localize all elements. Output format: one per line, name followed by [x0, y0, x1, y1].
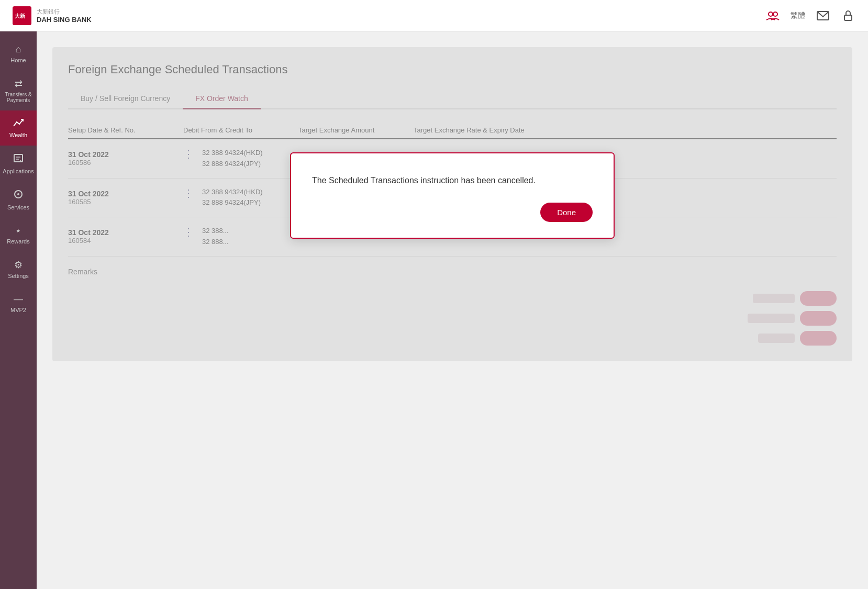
dialog-footer: Done: [312, 203, 593, 222]
sidebar-item-label: Wealth: [9, 132, 27, 138]
sidebar-item-label: Settings: [8, 273, 29, 279]
content-card: Foreign Exchange Scheduled Transactions …: [52, 47, 852, 361]
settings-icon: ⚙: [14, 259, 23, 271]
sidebar-item-label: Rewards: [7, 238, 29, 245]
sidebar-item-transfers-payments[interactable]: ⇄ Transfers & Payments: [0, 71, 37, 110]
rewards-icon: ⭑: [16, 225, 20, 236]
logo-icon: 大新: [13, 6, 31, 25]
wealth-icon: [13, 118, 24, 130]
sidebar-item-mvp2[interactable]: — MVP2: [0, 286, 37, 320]
sidebar-item-rewards[interactable]: ⭑ Rewards: [0, 218, 37, 252]
app-header: 大新 大新銀行 DAH SING BANK 繁體: [0, 0, 868, 31]
sidebar-item-services[interactable]: Services: [0, 182, 37, 218]
svg-rect-5: [844, 15, 852, 20]
services-icon: [13, 189, 24, 202]
sidebar-item-label: Services: [7, 204, 29, 210]
user-group-icon[interactable]: [765, 8, 780, 23]
svg-point-3: [773, 12, 777, 16]
svg-rect-6: [14, 154, 23, 162]
language-toggle[interactable]: 繁體: [791, 11, 805, 20]
sidebar-item-home[interactable]: ⌂ Home: [0, 37, 37, 71]
main-content: Foreign Exchange Scheduled Transactions …: [37, 31, 868, 589]
sidebar: ⌂ Home ⇄ Transfers & Payments Wealth App…: [0, 31, 37, 589]
sidebar-item-label: Home: [10, 57, 26, 63]
lock-icon[interactable]: [841, 8, 855, 23]
home-icon: ⌂: [16, 44, 21, 55]
svg-point-10: [17, 193, 19, 195]
sidebar-item-applications[interactable]: Applications: [0, 146, 37, 182]
cancellation-dialog: The Scheduled Transactions instruction h…: [290, 152, 615, 239]
sidebar-item-label: MVP2: [10, 307, 26, 313]
applications-icon: [13, 153, 24, 166]
mvp2-icon: —: [14, 294, 23, 305]
sidebar-item-label: Applications: [3, 168, 34, 174]
bank-name-en: DAH SING BANK: [37, 16, 92, 24]
done-button[interactable]: Done: [540, 203, 593, 222]
sidebar-item-wealth[interactable]: Wealth: [0, 110, 37, 146]
bank-logo: 大新 大新銀行 DAH SING BANK: [13, 6, 92, 25]
mail-icon[interactable]: [816, 8, 830, 23]
sidebar-item-label: Transfers & Payments: [5, 92, 31, 103]
header-actions: 繁體: [765, 8, 855, 23]
sidebar-item-settings[interactable]: ⚙ Settings: [0, 252, 37, 286]
svg-point-2: [769, 12, 773, 16]
bank-name-cn: 大新銀行: [37, 8, 92, 16]
transfers-icon: ⇄: [15, 78, 23, 90]
svg-text:大新: 大新: [14, 13, 25, 18]
dialog-message: The Scheduled Transactions instruction h…: [312, 174, 593, 187]
